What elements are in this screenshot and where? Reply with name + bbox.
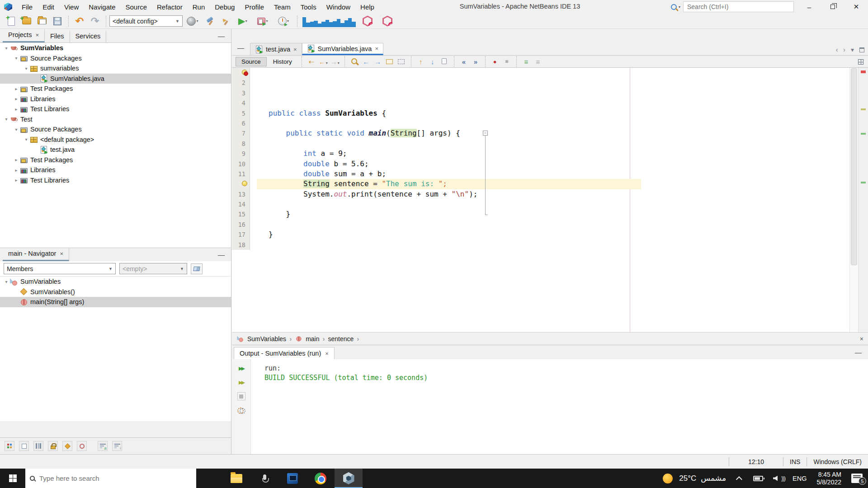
gutter-line-10[interactable]: 10 bbox=[232, 159, 250, 169]
code-line-2[interactable]: 2 bbox=[232, 78, 868, 88]
config-select[interactable]: <default config>▼ bbox=[109, 15, 183, 27]
close-icon[interactable]: × bbox=[375, 45, 378, 52]
gutter-line-13[interactable]: 13 bbox=[232, 189, 250, 199]
taskbar-voice-recorder[interactable] bbox=[250, 469, 278, 488]
code-line-3[interactable]: 3 bbox=[232, 88, 868, 98]
temperature[interactable]: 25°C bbox=[679, 474, 696, 483]
start-macro-recording-icon[interactable]: ● bbox=[490, 59, 500, 65]
rerun-button[interactable]: ▶▶ bbox=[236, 363, 247, 373]
minimize-panel-icon[interactable]: — bbox=[218, 32, 225, 40]
gutter-line-16[interactable]: 16 bbox=[232, 220, 250, 230]
move-down-icon[interactable]: ↓ bbox=[427, 58, 438, 65]
code-line-11[interactable]: 11 double sum = a + b; bbox=[232, 169, 868, 179]
gutter-line-5[interactable]: 5 bbox=[232, 108, 250, 118]
taskbar-chrome[interactable] bbox=[307, 469, 335, 488]
code-line-15[interactable]: 15 } bbox=[232, 209, 868, 219]
tree-expand-icon[interactable]: ▾ bbox=[3, 279, 10, 284]
previous-occurrence-icon[interactable]: ← bbox=[361, 58, 372, 65]
clock[interactable]: 8:45 AM 5/8/2022 bbox=[817, 471, 842, 486]
rectangular-selection-icon[interactable] bbox=[396, 58, 407, 65]
language-indicator[interactable]: ENG bbox=[793, 475, 807, 482]
tree-expand-icon[interactable]: ▾ bbox=[23, 66, 30, 71]
tree-item-sumvariables-java[interactable]: SumVariables.java bbox=[0, 74, 231, 84]
tree-item-sumvariables[interactable]: ▾sumvariables bbox=[0, 63, 231, 74]
tree-item-libraries[interactable]: ▸Libraries bbox=[0, 165, 231, 175]
filter-supertypes-button[interactable] bbox=[77, 441, 87, 451]
fold-column[interactable] bbox=[250, 118, 257, 128]
menu-edit[interactable]: Edit bbox=[38, 1, 59, 13]
tab-output[interactable]: Output - SumVariables (run)× bbox=[234, 347, 335, 359]
fold-column[interactable] bbox=[250, 230, 257, 239]
close-icon[interactable]: × bbox=[60, 250, 63, 257]
tree-item-test[interactable]: ▾Test bbox=[0, 114, 231, 125]
tree-expand-icon[interactable]: ▸ bbox=[13, 96, 20, 101]
tree-expand-icon[interactable]: ▸ bbox=[13, 107, 20, 112]
gutter-line-6[interactable]: 6 bbox=[232, 118, 250, 128]
navigator-view-select[interactable]: Members▼ bbox=[4, 263, 116, 274]
tree-item-source-packages[interactable]: ▾Source Packages bbox=[0, 53, 231, 64]
taskbar-file-explorer[interactable] bbox=[222, 469, 250, 488]
menu-view[interactable]: View bbox=[59, 1, 84, 13]
maximize-window-icon[interactable] bbox=[859, 47, 864, 52]
comment-icon[interactable]: ≡ bbox=[521, 58, 532, 65]
back-icon[interactable]: ←▾ bbox=[318, 58, 329, 65]
filter-constructors-button[interactable] bbox=[62, 441, 72, 451]
search-icon[interactable] bbox=[671, 4, 677, 10]
tab-navigator[interactable]: main - Navigator× bbox=[3, 248, 69, 261]
notification-center-icon[interactable]: 5 bbox=[851, 474, 863, 483]
fold-column[interactable] bbox=[250, 78, 257, 88]
code-line-8[interactable]: 8 bbox=[232, 139, 868, 149]
code-line-4[interactable]: 4 bbox=[232, 98, 868, 108]
fold-column[interactable] bbox=[250, 199, 257, 209]
menu-help[interactable]: Help bbox=[355, 1, 379, 13]
menu-navigate[interactable]: Navigate bbox=[84, 1, 120, 13]
editor-tab-test-java[interactable]: test.java× bbox=[250, 43, 302, 55]
menu-file[interactable]: File bbox=[17, 1, 38, 13]
tree-item-sumvariables-[interactable]: SumVariables() bbox=[0, 287, 231, 297]
menu-run[interactable]: Run bbox=[188, 1, 210, 13]
filter-static-members-button[interactable] bbox=[33, 441, 43, 451]
tree-expand-icon[interactable]: ▾ bbox=[13, 127, 20, 132]
breadcrumb-class[interactable]: SumVariables bbox=[247, 335, 286, 343]
taskbar-search[interactable] bbox=[25, 469, 196, 488]
breadcrumb-method[interactable]: main bbox=[306, 335, 319, 343]
tree-item-test-packages[interactable]: ▸Test Packages bbox=[0, 84, 231, 94]
ant-settings-button[interactable] bbox=[236, 405, 247, 415]
profile-project-button[interactable]: ▾ bbox=[273, 15, 294, 28]
fold-column[interactable] bbox=[250, 128, 257, 138]
code-line-12[interactable]: String sentence = "The sum is: "; bbox=[232, 179, 868, 189]
minimize-editor-group-icon[interactable]: — bbox=[237, 44, 244, 52]
tree-item--default-package-[interactable]: ▾<default package> bbox=[0, 135, 231, 145]
scroll-tabs-right-icon[interactable]: › bbox=[843, 46, 845, 53]
speaker-icon[interactable] bbox=[773, 476, 778, 481]
fold-column[interactable] bbox=[250, 139, 257, 149]
code-line-16[interactable]: 16 bbox=[232, 220, 868, 230]
tree-expand-icon[interactable]: ▾ bbox=[3, 117, 10, 122]
profile-point-2-button[interactable]: @ bbox=[377, 15, 397, 28]
tree-expand-icon[interactable]: ▸ bbox=[13, 86, 20, 91]
build-project-button[interactable] bbox=[203, 15, 218, 28]
move-up-icon[interactable]: ↑ bbox=[415, 58, 426, 65]
minimize-button[interactable]: – bbox=[797, 0, 821, 14]
filter-fields-button[interactable] bbox=[19, 441, 29, 451]
sort-alpha-button[interactable] bbox=[98, 441, 108, 451]
toggle-highlight-icon[interactable] bbox=[384, 58, 395, 65]
shift-left-icon[interactable]: « bbox=[458, 58, 469, 65]
last-edit-location-icon[interactable]: ⇠ bbox=[306, 58, 317, 65]
error-bulb-icon[interactable] bbox=[241, 70, 247, 75]
stop-build-button[interactable] bbox=[236, 391, 247, 401]
profile-point-1-button[interactable]: ◷ bbox=[358, 15, 377, 28]
tree-item-sumvariables[interactable]: ▾SumVariables bbox=[0, 43, 231, 53]
tab-list-dropdown-icon[interactable]: ▾ bbox=[851, 46, 854, 53]
gutter-line-12[interactable] bbox=[232, 179, 250, 189]
gutter-line-11[interactable]: 11 bbox=[232, 169, 250, 179]
show-hidden-icons-chevron[interactable] bbox=[736, 476, 742, 483]
gutter-line-18[interactable]: 18 bbox=[232, 240, 250, 250]
run-project-button[interactable]: ▶▾ bbox=[233, 15, 252, 28]
quick-search-input[interactable] bbox=[683, 1, 794, 12]
bulb-icon[interactable] bbox=[241, 181, 247, 186]
filter-inherited-members-button[interactable] bbox=[5, 441, 14, 451]
code-line-6[interactable]: 6 bbox=[232, 118, 868, 128]
close-button[interactable]: ✕ bbox=[844, 0, 868, 14]
gutter-line-4[interactable]: 4 bbox=[232, 98, 250, 108]
